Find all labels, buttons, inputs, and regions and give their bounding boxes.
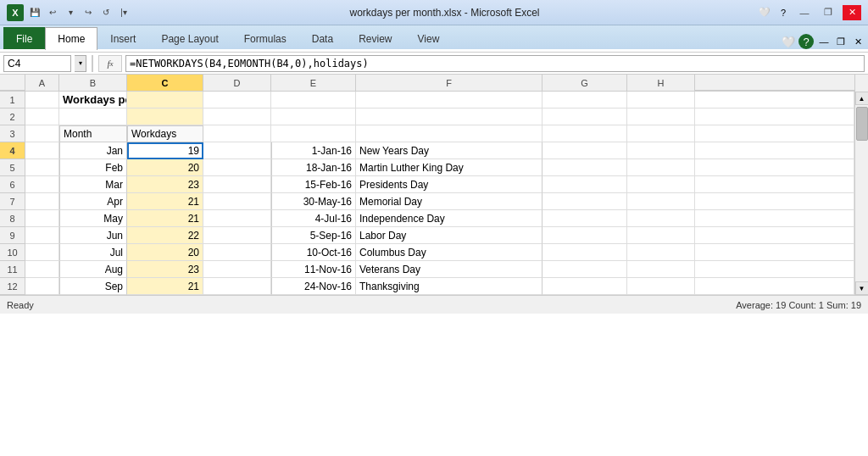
cell-h6[interactable] [627, 176, 695, 193]
cell-h7[interactable] [627, 193, 695, 210]
cell-g3[interactable] [542, 125, 627, 142]
cell-h5[interactable] [627, 159, 695, 176]
name-box[interactable]: C4 [3, 55, 71, 72]
cell-a6[interactable] [25, 176, 59, 193]
cell-c7[interactable]: 21 [127, 193, 203, 210]
col-header-g[interactable]: G [542, 75, 627, 91]
cell-e5[interactable]: 18-Jan-16 [271, 159, 356, 176]
cell-c8[interactable]: 21 [127, 210, 203, 227]
cell-f3[interactable] [356, 125, 542, 142]
cell-c10[interactable]: 20 [127, 244, 203, 261]
cell-g6[interactable] [542, 176, 627, 193]
cell-d7[interactable] [203, 193, 271, 210]
refresh-btn[interactable]: ↺ [98, 5, 114, 20]
row-num-11[interactable]: 11 [0, 261, 25, 278]
cell-b12[interactable]: Sep [59, 278, 127, 295]
cell-b10[interactable]: Jul [59, 244, 127, 261]
cell-b7[interactable]: Apr [59, 193, 127, 210]
tab-home[interactable]: Home [45, 27, 97, 50]
tab-insert[interactable]: Insert [97, 27, 148, 49]
minimize-button[interactable]: — [795, 5, 814, 20]
cell-d6[interactable] [203, 176, 271, 193]
cell-a8[interactable] [25, 210, 59, 227]
cell-d5[interactable] [203, 159, 271, 176]
cell-h1[interactable] [627, 92, 695, 108]
col-header-f[interactable]: F [356, 75, 542, 91]
scroll-down-btn[interactable]: ▼ [855, 281, 869, 295]
cell-g11[interactable] [542, 261, 627, 278]
cell-a11[interactable] [25, 261, 59, 278]
cell-h8[interactable] [627, 210, 695, 227]
col-header-e[interactable]: E [271, 75, 356, 91]
cell-h3[interactable] [627, 125, 695, 142]
cell-c9[interactable]: 22 [127, 227, 203, 244]
formula-input[interactable] [125, 55, 865, 72]
row-num-1[interactable]: 1 [0, 92, 25, 108]
cell-f5[interactable]: Martin Luther King Day [356, 159, 542, 176]
row-num-10[interactable]: 10 [0, 244, 25, 261]
cell-e9[interactable]: 5-Sep-16 [271, 227, 356, 244]
tab-view[interactable]: View [405, 27, 453, 49]
restore-button[interactable]: ❐ [819, 5, 837, 20]
tab-file[interactable]: File [3, 27, 45, 49]
row-num-5[interactable]: 5 [0, 159, 25, 176]
col-header-a[interactable]: A [25, 75, 59, 91]
row-num-9[interactable]: 9 [0, 227, 25, 244]
cell-e6[interactable]: 15-Feb-16 [271, 176, 356, 193]
row-num-8[interactable]: 8 [0, 210, 25, 227]
scroll-up-btn[interactable]: ▲ [855, 92, 869, 105]
ribbon-close-icon[interactable]: ✕ [851, 35, 865, 48]
cell-f4[interactable]: New Years Day [356, 142, 542, 159]
cell-a5[interactable] [25, 159, 59, 176]
customize-btn[interactable]: |▾ [116, 5, 131, 20]
row-num-4[interactable]: 4 [0, 142, 25, 159]
cell-e8[interactable]: 4-Jul-16 [271, 210, 356, 227]
cell-f8[interactable]: Independence Day [356, 210, 542, 227]
save-quick-btn[interactable]: 💾 [27, 5, 42, 20]
ribbon-help-icon[interactable]: 🤍 [782, 35, 795, 48]
fx-button[interactable]: fx [98, 55, 122, 72]
cell-g5[interactable] [542, 159, 627, 176]
row-num-6[interactable]: 6 [0, 176, 25, 193]
cell-b11[interactable]: Aug [59, 261, 127, 278]
vertical-scrollbar[interactable]: ▲ ▼ [854, 92, 868, 295]
cell-h10[interactable] [627, 244, 695, 261]
ribbon-question-icon[interactable]: ? [798, 34, 814, 49]
cell-e2[interactable] [271, 108, 356, 125]
cell-h11[interactable] [627, 261, 695, 278]
cell-a7[interactable] [25, 193, 59, 210]
cell-g4[interactable] [542, 142, 627, 159]
cell-f12[interactable]: Thanksgiving [356, 278, 542, 295]
cell-f9[interactable]: Labor Day [356, 227, 542, 244]
ribbon-restore-icon[interactable]: ❐ [834, 35, 848, 48]
cell-c11[interactable]: 23 [127, 261, 203, 278]
cell-b2[interactable] [59, 108, 127, 125]
cell-g10[interactable] [542, 244, 627, 261]
cell-d8[interactable] [203, 210, 271, 227]
cell-b8[interactable]: May [59, 210, 127, 227]
row-num-3[interactable]: 3 [0, 125, 25, 142]
name-box-dropdown[interactable]: ▾ [75, 55, 86, 72]
cell-f2[interactable] [356, 108, 542, 125]
cell-b5[interactable]: Feb [59, 159, 127, 176]
cell-e10[interactable]: 10-Oct-16 [271, 244, 356, 261]
cell-c12[interactable]: 21 [127, 278, 203, 295]
cell-f10[interactable]: Columbus Day [356, 244, 542, 261]
cell-a3[interactable] [25, 125, 59, 142]
row-num-7[interactable]: 7 [0, 193, 25, 210]
cell-c5[interactable]: 20 [127, 159, 203, 176]
cell-d12[interactable] [203, 278, 271, 295]
col-header-h[interactable]: H [627, 75, 695, 91]
tab-page-layout[interactable]: Page Layout [148, 27, 231, 49]
cell-a2[interactable] [25, 108, 59, 125]
cell-d4[interactable] [203, 142, 271, 159]
close-button[interactable]: ✕ [843, 5, 861, 20]
cell-b3[interactable]: Month [59, 125, 127, 142]
cell-a10[interactable] [25, 244, 59, 261]
col-header-c[interactable]: C [127, 75, 203, 91]
cell-d9[interactable] [203, 227, 271, 244]
cell-d11[interactable] [203, 261, 271, 278]
cell-e1[interactable] [271, 92, 356, 108]
cell-e11[interactable]: 11-Nov-16 [271, 261, 356, 278]
cell-f1[interactable] [356, 92, 542, 108]
